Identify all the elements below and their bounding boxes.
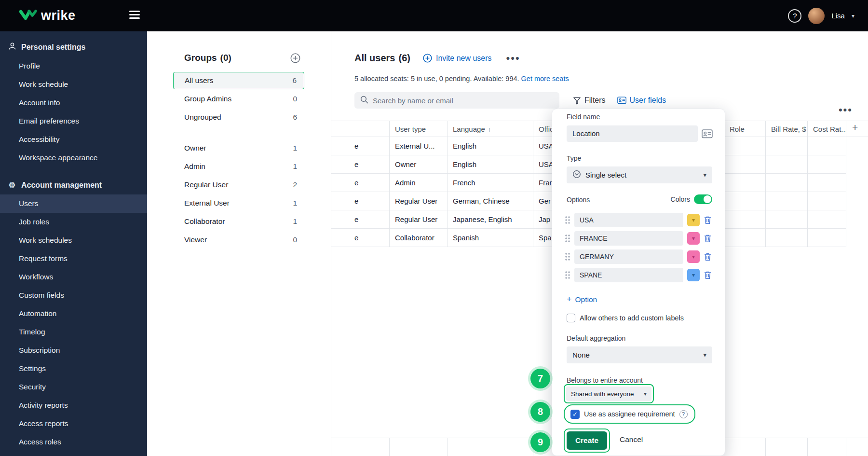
sidebar-item-settings[interactable]: Settings [0, 359, 147, 378]
group-item-all-users[interactable]: All users 6 [173, 72, 304, 89]
group-item-ungrouped[interactable]: Ungrouped 6 [173, 109, 304, 126]
option-label-input[interactable]: SPANE [574, 268, 683, 282]
contact-card-icon[interactable] [702, 129, 713, 140]
search-input[interactable] [373, 97, 554, 105]
cell-bill-rate[interactable] [765, 174, 807, 192]
sidebar-item-automation[interactable]: Automation [0, 304, 147, 323]
column-header[interactable] [331, 121, 389, 138]
drag-handle-icon[interactable] [565, 271, 570, 279]
cell-user-type[interactable]: Collaborator [389, 229, 447, 247]
assignee-requirement-row[interactable]: ✓ Use as assignee requirement ? [567, 406, 692, 422]
sidebar-item-job-roles[interactable]: Job roles [0, 213, 147, 231]
sidebar-item-account-info[interactable]: Account info [0, 94, 147, 112]
cell-user-type[interactable]: Regular User [389, 192, 447, 210]
colors-toggle[interactable] [694, 194, 712, 204]
sidebar-item-custom-fields[interactable]: Custom fields [0, 286, 147, 304]
type-select[interactable]: Single select ▾ [567, 166, 712, 183]
cell-cost-rate[interactable] [807, 192, 846, 210]
column-header-language[interactable]: Language↑ [447, 121, 533, 138]
table-more-icon[interactable]: ••• [839, 104, 853, 116]
cell-language[interactable]: English [447, 137, 533, 155]
wrike-logo[interactable]: wrike [19, 8, 76, 23]
cell-bill-rate[interactable] [765, 210, 807, 229]
add-option-button[interactable]: + Option [567, 294, 597, 304]
cell-bill-rate[interactable] [765, 155, 807, 174]
sidebar-item-users[interactable]: Users [0, 194, 147, 213]
cell-cost-rate[interactable] [807, 229, 846, 247]
role-item-owner[interactable]: Owner 1 [173, 139, 304, 157]
user-fields-button[interactable]: User fields [617, 96, 666, 105]
add-column-icon[interactable]: + [852, 122, 858, 133]
default-aggregation-select[interactable]: None ▾ [567, 346, 712, 363]
role-item-regular-user[interactable]: Regular User 2 [173, 176, 304, 193]
invite-new-users-button[interactable]: Invite new users [423, 54, 492, 63]
menu-icon[interactable] [129, 11, 140, 21]
cell-role[interactable] [724, 192, 765, 210]
cell-bill-rate[interactable] [765, 229, 807, 247]
trash-icon[interactable] [704, 216, 713, 224]
option-label-input[interactable]: USA [574, 213, 683, 227]
cell-role[interactable] [724, 137, 765, 155]
sidebar-item-request-forms[interactable]: Request forms [0, 249, 147, 268]
cell-cost-rate[interactable] [807, 137, 846, 155]
column-header-cost-rate[interactable]: Cost Rat... [807, 121, 846, 138]
sidebar-item-workspace-appearance[interactable]: Workspace appearance [0, 149, 147, 167]
cell-cost-rate[interactable] [807, 174, 846, 192]
avatar[interactable] [808, 8, 825, 24]
cell-name[interactable]: e [349, 192, 389, 210]
cancel-button[interactable]: Cancel [620, 435, 643, 444]
cell-name[interactable]: e [349, 210, 389, 229]
cell-user-type[interactable]: External U... [389, 137, 447, 155]
add-group-icon[interactable] [290, 53, 300, 63]
help-icon[interactable]: ? [679, 410, 688, 418]
cell-language[interactable]: French [447, 174, 533, 192]
cell-role[interactable] [724, 229, 765, 247]
sidebar-item-profile[interactable]: Profile [0, 57, 147, 75]
cell-name[interactable]: e [349, 137, 389, 155]
cell-cost-rate[interactable] [807, 155, 846, 174]
trash-icon[interactable] [704, 271, 713, 279]
cell-name[interactable]: e [349, 229, 389, 247]
column-header-user-type[interactable]: User type [389, 121, 447, 138]
sidebar-item-timelog[interactable]: Timelog [0, 323, 147, 341]
sidebar-item-work-schedules[interactable]: Work schedules [0, 231, 147, 249]
help-icon[interactable]: ? [788, 9, 801, 23]
cell-user-type[interactable]: Admin [389, 174, 447, 192]
cell-bill-rate[interactable] [765, 137, 807, 155]
cell-role[interactable] [724, 155, 765, 174]
checkbox-checked[interactable]: ✓ [570, 410, 580, 419]
get-more-seats-link[interactable]: Get more seats [521, 75, 569, 83]
option-color-dropdown[interactable]: ▾ [687, 214, 700, 226]
filters-button[interactable]: Filters [573, 96, 606, 105]
column-header-role[interactable]: Role [724, 121, 765, 138]
belongs-select[interactable]: Shared with everyone ▾ [566, 387, 651, 401]
group-item-group-admins[interactable]: Group Admins 0 [173, 90, 304, 108]
chevron-down-icon[interactable]: ▾ [852, 13, 854, 19]
cell-cost-rate[interactable] [807, 210, 846, 229]
allow-custom-labels-row[interactable]: Allow others to add custom labels [567, 314, 684, 322]
cell-role[interactable] [724, 174, 765, 192]
cell-user-type[interactable]: Regular User [389, 210, 447, 229]
cell-bill-rate[interactable] [765, 192, 807, 210]
field-name-input[interactable]: Location [567, 125, 698, 142]
sidebar-item-activity-reports[interactable]: Activity reports [0, 396, 147, 415]
cell-language[interactable]: Spanish [447, 229, 533, 247]
role-item-external-user[interactable]: External User 1 [173, 194, 304, 212]
sidebar-item-work-schedule[interactable]: Work schedule [0, 75, 147, 94]
cell-role[interactable] [724, 210, 765, 229]
cell-language[interactable]: English [447, 155, 533, 174]
sidebar-item-security[interactable]: Security [0, 378, 147, 396]
checkbox-unchecked[interactable] [567, 314, 575, 322]
cell-language[interactable]: Japanese, English [447, 210, 533, 229]
sidebar-item-workflows[interactable]: Workflows [0, 268, 147, 286]
cell-user-type[interactable]: Owner [389, 155, 447, 174]
role-item-viewer[interactable]: Viewer 0 [173, 231, 304, 249]
drag-handle-icon[interactable] [565, 252, 570, 261]
option-label-input[interactable]: FRANCE [574, 231, 683, 246]
option-color-dropdown[interactable]: ▾ [687, 250, 700, 263]
sidebar-item-user-types[interactable]: User types [0, 451, 147, 456]
sidebar-item-subscription[interactable]: Subscription [0, 341, 147, 359]
create-button[interactable]: Create [567, 431, 607, 450]
more-icon[interactable]: ••• [506, 56, 520, 61]
sidebar-item-email-preferences[interactable]: Email preferences [0, 112, 147, 130]
